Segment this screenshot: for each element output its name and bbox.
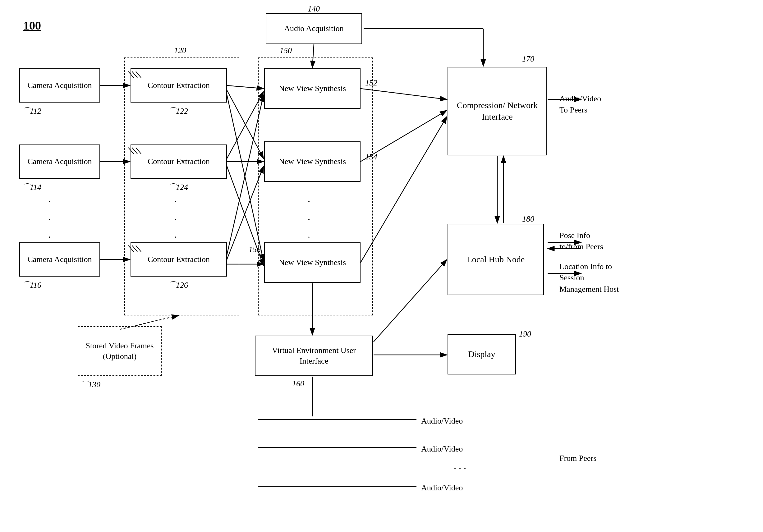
diagram-svg [0,0,763,532]
contour3-box: Contour Extraction [131,242,227,276]
nvs-dots: ··· [308,193,310,247]
audio-ref: 140 [308,4,320,14]
camera1-ref: ⌒112 [22,106,41,117]
stored-box: Stored Video Frames (Optional) [78,326,162,376]
compression-ref: 170 [522,54,534,64]
stored-ref: ⌒130 [80,379,100,390]
contour1-box: Contour Extraction [131,68,227,103]
audio-video-3-label: Audio/Video [421,483,463,492]
location-info-label: Location Info toSessionManagement Host [559,261,619,295]
ref150: 150 [280,46,292,55]
nvs3-box: New View Synthesis [264,242,361,283]
pose-info-label: Pose Infoto/from Peers [559,230,603,253]
camera2-box: Camera Acquisition [19,145,100,179]
contour1-ref: ⌒122 [168,106,188,117]
diagram-title: 100 [23,19,41,32]
camera3-ref: ⌒116 [22,280,41,290]
svg-line-28 [374,260,447,342]
nvs1-box: New View Synthesis [264,68,361,109]
venv-box: Virtual Environment User Interface [255,336,373,376]
contour3-ref: ⌒126 [168,280,188,290]
nvs2-ref: 154 [365,152,377,161]
venv-ref: 160 [292,379,304,388]
audio-video-2-label: Audio/Video [421,444,463,454]
hub-ref: 180 [522,214,534,224]
contour-dots: ··· [174,193,176,247]
from-peers-label: From Peers [559,454,597,463]
contour2-ref: ⌒124 [168,182,188,193]
nvs2-box: New View Synthesis [264,141,361,182]
compression-box: Compression/ Network Interface [448,67,547,156]
camera1-box: Camera Acquisition [19,68,100,103]
audio-box: Audio Acquisition [266,13,362,44]
audio-video-1-label: Audio/Video [421,416,463,426]
camera3-box: Camera Acquisition [19,242,100,276]
ref120: 120 [174,46,186,55]
display-ref: 190 [519,329,531,339]
nvs3-ref: 156 [249,245,261,254]
contour2-box: Contour Extraction [131,145,227,179]
svg-line-17 [361,117,447,263]
camera2-ref: ⌒114 [22,182,41,193]
dots-from-peers: · · · [454,463,466,475]
svg-line-15 [361,89,447,99]
display-box: Display [448,334,516,374]
audio-video-peers-label: Audio/VideoTo Peers [559,93,601,116]
nvs1-ref: 152 [365,78,377,88]
camera-dots: ··· [48,193,51,247]
hub-box: Local Hub Node [448,224,544,295]
